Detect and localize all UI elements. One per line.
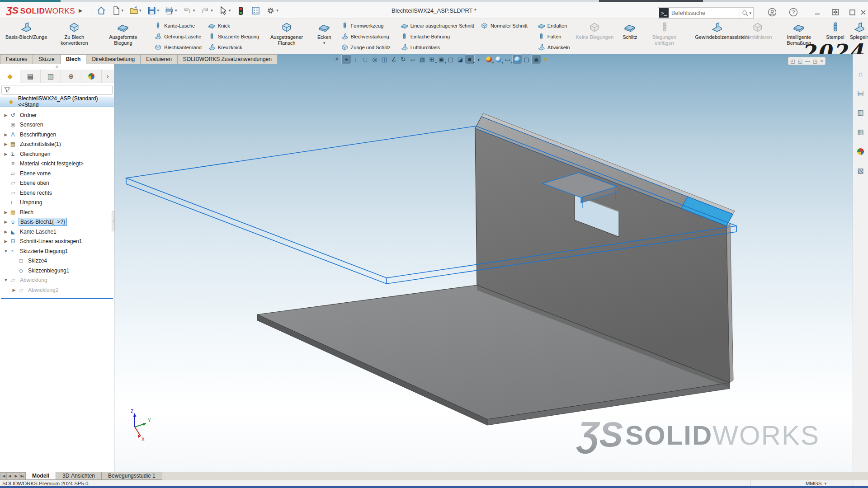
ribbon-button-blechkantenrand[interactable]: Blechkantenrand xyxy=(152,42,204,52)
minimize-window-icon[interactable] xyxy=(811,7,824,18)
next-tab-button[interactable]: ▶ xyxy=(13,472,19,480)
performance-icon[interactable]: ϟ xyxy=(541,55,550,64)
tree-item-ordner[interactable]: ▶↺Ordner xyxy=(0,110,114,120)
ribbon-button-falten[interactable]: Falten xyxy=(535,31,572,42)
tab-evaluieren[interactable]: Evaluieren xyxy=(140,54,178,64)
ribbon-button-gehrung-lasche[interactable]: Gehrung-Lasche xyxy=(152,31,204,42)
tab-solidworks-zusatzanwendungen[interactable]: SOLIDWORKS Zusatzanwendungen xyxy=(177,54,278,64)
edit-appearance-icon[interactable]: ▾ xyxy=(484,55,493,64)
tree-item-ebene-vorne[interactable]: ▱Ebene vorne xyxy=(0,169,114,178)
tree-filter-box[interactable] xyxy=(1,85,113,95)
design-library-icon[interactable]: ▤ xyxy=(855,87,867,99)
tab-modell[interactable]: Modell xyxy=(25,472,56,480)
dropdown-caret-icon[interactable]: ▾ xyxy=(139,8,142,13)
search-magnifier-icon[interactable]: ▾ xyxy=(740,8,753,18)
tree-expander-icon[interactable]: ▶ xyxy=(3,220,9,224)
dropdown-caret-icon[interactable]: ▾ xyxy=(229,8,231,13)
configurationmanager-tab[interactable]: ▥ xyxy=(41,70,61,83)
measure-icon[interactable]: ∠ xyxy=(389,55,398,64)
rollback-bar[interactable] xyxy=(1,298,113,299)
3d-drawing-view-icon[interactable]: ▱ xyxy=(408,55,417,64)
zoom-area-icon[interactable]: □ xyxy=(361,55,370,64)
cube-icon[interactable]: ▢ xyxy=(522,55,531,64)
hide-show-items-icon[interactable]: ⊞▾ xyxy=(427,55,436,64)
section-view-icon[interactable]: ◫ xyxy=(380,55,389,64)
panel-flyout-chevron-icon[interactable]: › xyxy=(102,70,114,83)
displaymanager-tab[interactable] xyxy=(81,70,102,83)
ribbon-button-kante-lasche[interactable]: Kante-Lasche xyxy=(152,20,204,31)
new-document-button[interactable]: ▾ xyxy=(110,4,125,17)
tree-item-skizzenbiegung1[interactable]: ◇Skizzenbiegung1 xyxy=(0,266,114,276)
zoom-fit-icon[interactable]: ⌖ xyxy=(332,55,341,64)
pan-icon[interactable]: + xyxy=(342,55,351,64)
rebuild-traffic-light-button[interactable] xyxy=(235,4,247,17)
tree-expander-icon[interactable]: ▼ xyxy=(3,278,9,282)
tree-expander-icon[interactable]: ▶ xyxy=(3,210,9,215)
tab-3d-ansichten[interactable]: 3D-Ansichten xyxy=(56,472,102,480)
status-cell-2[interactable] xyxy=(832,480,853,486)
appearances-scenes-icon[interactable] xyxy=(855,145,867,157)
tree-root-item[interactable]: ◆ BlechteilSWX24_ASP (Standard) <<Stand xyxy=(0,97,114,107)
featuremanager-tab[interactable]: ◆ xyxy=(0,70,20,83)
close-window-icon[interactable] xyxy=(858,7,868,18)
view-settings-icon[interactable]: ▭▾ xyxy=(503,55,512,64)
view-palette-icon[interactable]: ▦ xyxy=(855,126,867,138)
dropdown-caret-icon[interactable]: ▾ xyxy=(175,8,177,13)
tab-blech[interactable]: Blech xyxy=(60,54,87,64)
ribbon-button-ausgetragener-flansch[interactable]: Ausgetragener Flansch xyxy=(262,20,311,53)
task-pane-home-icon[interactable]: ⌂ xyxy=(855,68,867,80)
tree-item-abwicklung[interactable]: ▼▱Abwicklung xyxy=(0,276,114,286)
ribbon-button-einfache-bohrung[interactable]: Einfache Bohrung xyxy=(398,31,476,42)
ribbon-button-knick[interactable]: Knick xyxy=(206,20,261,31)
dropdown-caret-icon[interactable]: ▾ xyxy=(276,8,278,13)
command-search-box[interactable]: >_ ▾ xyxy=(658,7,754,19)
dropdown-caret-icon[interactable]: ▾ xyxy=(157,8,160,13)
tree-item-ursprung[interactable]: ∟Ursprung xyxy=(0,198,114,208)
options-list-button[interactable] xyxy=(250,4,262,17)
tree-expander-icon[interactable]: ▶ xyxy=(3,142,9,146)
tree-item-material-nicht-festgelegt[interactable]: ≡Material <nicht festgelegt> xyxy=(0,159,114,169)
search-input[interactable] xyxy=(671,10,740,16)
menu-expand-chevron-icon[interactable]: ▶ xyxy=(79,8,82,14)
tree-expander-icon[interactable]: ▶ xyxy=(3,113,9,117)
panel-splitter-grip[interactable]: ⋮ xyxy=(112,211,115,231)
rotate-view-icon[interactable]: ↻ xyxy=(399,55,408,64)
dynamic-annotation-icon[interactable]: ▧ xyxy=(418,55,427,64)
tree-item-kante-lasche1[interactable]: ▶◣Kante-Lasche1 xyxy=(0,227,114,237)
minimize-document-icon[interactable]: — xyxy=(805,58,810,64)
ribbon-button-skizzierte-biegung[interactable]: Skizzierte Biegung xyxy=(206,31,261,42)
tab-skizze[interactable]: Skizze xyxy=(33,54,60,64)
status-cell-3[interactable] xyxy=(853,480,868,486)
tile-right-icon[interactable]: ◱ xyxy=(797,58,802,64)
ribbon-button-ausgeformte-biegung[interactable]: Ausgeformte Biegung xyxy=(99,20,147,53)
dropdown-caret-icon[interactable]: ▾ xyxy=(323,41,326,45)
display-shaded-icon[interactable]: ■▾ xyxy=(465,55,474,64)
apply-scene-icon[interactable]: ▾ xyxy=(494,55,503,64)
tree-expander-icon[interactable]: ▼ xyxy=(3,249,9,253)
tree-item-abwicklung2[interactable]: ▶▱Abwicklung2 xyxy=(0,285,114,295)
home-button[interactable] xyxy=(95,4,107,17)
ribbon-button-zu-blech-konvertieren[interactable]: Zu Blech konvertieren xyxy=(50,20,99,53)
undo-button[interactable]: ▾ xyxy=(181,4,197,17)
custom-properties-icon[interactable]: ▧ xyxy=(855,165,867,177)
tree-item-sensoren[interactable]: ◎Sensoren xyxy=(0,120,114,130)
tree-item-zuschnittsliste-1[interactable]: ▶▤Zuschnittsliste(1) xyxy=(0,140,114,150)
view-orientation-icon[interactable]: ▣▾ xyxy=(437,55,446,64)
previous-tab-button[interactable]: ◀ xyxy=(6,472,13,480)
tree-item-ebene-oben[interactable]: ▱Ebene oben xyxy=(0,178,114,188)
last-view-button[interactable]: ▶| xyxy=(19,472,26,480)
tree-expander-icon[interactable]: ▶ xyxy=(11,288,17,292)
open-button[interactable]: ▾ xyxy=(127,4,143,17)
shadows-icon[interactable]: ◐ xyxy=(475,55,484,64)
ribbon-button-basis-blech-zunge[interactable]: Basis-Blech/Zunge xyxy=(3,20,50,53)
close-document-icon[interactable]: × xyxy=(820,58,823,64)
dimxpertmanager-tab[interactable]: ⊕ xyxy=(61,70,81,83)
tree-item-skizzierte-biegung1[interactable]: ▼≈Skizzierte Biegung1 xyxy=(0,246,114,256)
viewport-3d-scene[interactable]: ƷS SOLIDWORKS Z Y X xyxy=(114,54,853,472)
tree-item-gleichungen[interactable]: ▶ΣGleichungen xyxy=(0,149,114,159)
tab-direktbearbeitung[interactable]: Direktbearbeitung xyxy=(86,54,141,64)
split-panes-icon[interactable] xyxy=(829,7,842,18)
tree-item-beschriftungen[interactable]: ▶ABeschriftungen xyxy=(0,130,114,140)
dropdown-caret-icon[interactable]: ▾ xyxy=(193,8,195,13)
restore-document-icon[interactable]: ◳ xyxy=(813,58,817,64)
